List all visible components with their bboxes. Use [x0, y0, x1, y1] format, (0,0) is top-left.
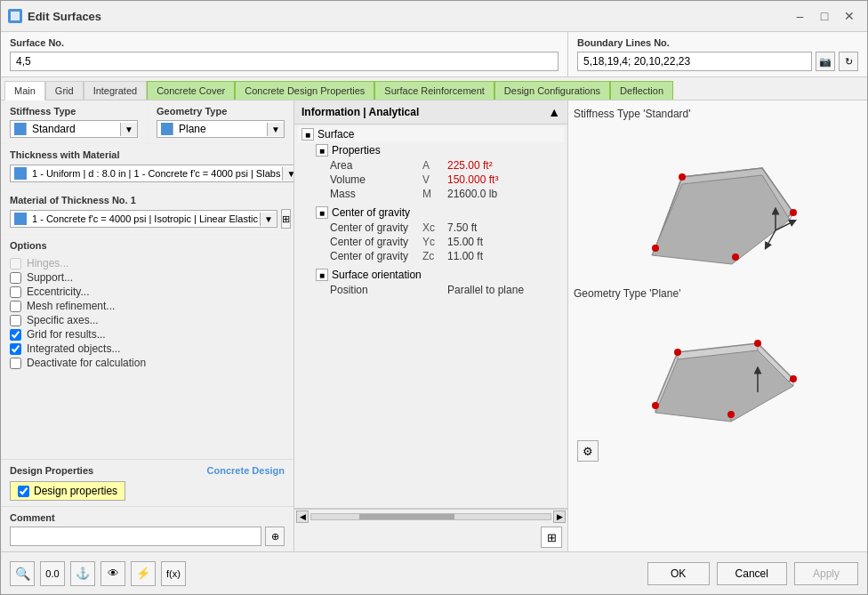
material-table-button[interactable]: ⊞ [281, 209, 291, 229]
mass-value: 21600.0 lb [447, 188, 560, 200]
design-props-checkbox[interactable] [18, 486, 29, 497]
cancel-button[interactable]: Cancel [717, 562, 787, 585]
scroll-track[interactable] [310, 513, 551, 520]
geometry-color-indicator [161, 123, 173, 135]
comment-copy-button[interactable]: ⊕ [265, 527, 285, 546]
geometry-shape-svg [629, 308, 807, 432]
cog-header[interactable]: ■ Center of gravity [312, 205, 564, 221]
support-label: Support... [27, 271, 73, 284]
orient-toggle-icon[interactable]: ■ [316, 269, 328, 281]
tab-integrated[interactable]: Integrated [84, 81, 148, 100]
title-bar: Edit Surfaces ‒ □ ✕ [1, 1, 867, 32]
cog-yc-row: Center of gravity Yc 15.00 ft [326, 235, 564, 249]
geometry-dropdown-arrow[interactable]: ▼ [267, 123, 284, 136]
mesh-checkbox[interactable] [10, 301, 21, 312]
material-dropdown[interactable]: 1 - Concrete f'c = 4000 psi | Isotropic … [10, 210, 277, 228]
design-properties-button[interactable]: Design properties [10, 481, 125, 501]
orientation-header[interactable]: ■ Surface orientation [312, 267, 564, 283]
ok-button[interactable]: OK [647, 562, 710, 585]
boundary-lines-input[interactable]: 5,18,19,4; 20,10,22,23 [577, 52, 812, 71]
scroll-left-button[interactable]: ◀ [296, 511, 309, 523]
stiffness-color-indicator [14, 123, 27, 135]
maximize-button[interactable]: □ [814, 6, 835, 26]
svg-point-24 [790, 375, 797, 382]
function-button[interactable]: f(x) [161, 561, 186, 586]
tab-main[interactable]: Main [4, 81, 45, 101]
geometry-shape-container [574, 303, 862, 437]
tab-surface-reinforcement[interactable]: Surface Reinforcement [374, 81, 494, 100]
tab-grid[interactable]: Grid [45, 81, 84, 100]
comment-input[interactable] [10, 527, 261, 546]
thickness-dropdown[interactable]: 1 - Uniform | d : 8.0 in | 1 - Concrete … [10, 165, 294, 182]
support-checkbox[interactable] [10, 272, 21, 284]
option-deactivate: Deactivate for calculation [10, 356, 285, 370]
grid-view-button[interactable]: ⊞ [541, 527, 562, 548]
mass-key: Mass [330, 188, 419, 200]
thickness-label: Thickness with Material [10, 149, 285, 160]
boundary-refresh-button[interactable]: ↻ [839, 52, 858, 71]
deactivate-checkbox[interactable] [10, 358, 21, 369]
stiffness-shape-container [574, 124, 862, 284]
properties-text: Properties [332, 144, 381, 157]
stiffness-dropdown-arrow[interactable]: ▼ [120, 123, 137, 136]
boundary-select-button[interactable]: 📷 [816, 52, 835, 71]
volume-key: Volume [330, 173, 419, 186]
info-panel-header: Information | Analytical ▲ [294, 101, 567, 125]
cog-toggle-icon[interactable]: ■ [316, 206, 328, 219]
surface-header[interactable]: ■ Surface [298, 126, 564, 142]
tab-deflection[interactable]: Deflection [610, 81, 673, 100]
design-properties-section: Design Properties Concrete Design Design… [1, 459, 293, 507]
grid-checkbox[interactable] [10, 329, 21, 341]
tab-design-configurations[interactable]: Design Configurations [494, 81, 610, 100]
svg-rect-0 [11, 12, 20, 20]
tab-concrete-cover[interactable]: Concrete Cover [147, 81, 235, 100]
thickness-arrow[interactable]: ▼ [282, 167, 294, 181]
boundary-lines-label: Boundary Lines No. [577, 37, 858, 48]
thickness-value: 1 - Uniform | d : 8.0 in | 1 - Concrete … [30, 166, 282, 181]
scroll-right-button[interactable]: ▶ [553, 511, 566, 523]
props-toggle-icon[interactable]: ■ [316, 144, 328, 157]
close-button[interactable]: ✕ [839, 6, 860, 26]
geometry-type-dropdown[interactable]: Plane ▼ [157, 120, 285, 138]
svg-point-10 [732, 253, 739, 261]
main-window: Edit Surfaces ‒ □ ✕ Surface No. 4,5 Boun… [0, 0, 868, 595]
area-value: 225.00 ft² [447, 159, 560, 172]
integrated-label: Integrated objects... [27, 342, 120, 355]
concrete-design-link[interactable]: Concrete Design [207, 465, 285, 476]
eccentricity-checkbox[interactable] [10, 286, 21, 298]
option-eccentricity: Eccentricity... [10, 285, 285, 299]
axes-checkbox[interactable] [10, 315, 21, 326]
surface-toggle-icon[interactable]: ■ [301, 128, 314, 141]
mesh-label: Mesh refinement... [27, 300, 115, 312]
svg-point-8 [679, 173, 686, 181]
integrated-checkbox[interactable] [10, 343, 21, 355]
minimize-button[interactable]: ‒ [789, 6, 810, 26]
cog-xc-row: Center of gravity Xc 7.50 ft [326, 221, 564, 235]
info-collapse-button[interactable]: ▲ [548, 105, 560, 119]
scroll-thumb[interactable] [359, 514, 455, 519]
tab-concrete-design[interactable]: Concrete Design Properties [235, 81, 374, 100]
volume-abbr: V [422, 173, 444, 186]
design-props-left-label: Design Properties [10, 465, 93, 476]
number-button[interactable]: 0.0 [40, 561, 65, 586]
hinges-label: Hinges... [27, 257, 68, 269]
mass-abbr: M [422, 188, 444, 200]
cog-yc-key: Center of gravity [330, 236, 419, 248]
filter-button[interactable]: ⚡ [131, 561, 156, 586]
anchor-button[interactable]: ⚓ [70, 561, 95, 586]
area-row: Area A 225.00 ft² [326, 158, 564, 173]
svg-point-9 [790, 209, 797, 216]
properties-header[interactable]: ■ Properties [312, 142, 564, 158]
svg-marker-6 [652, 175, 790, 264]
view-button[interactable]: 👁 [100, 561, 125, 586]
apply-button[interactable]: Apply [794, 562, 858, 585]
search-button[interactable]: 🔍 [10, 561, 35, 586]
view-settings-button[interactable]: ⚙ [577, 440, 599, 462]
stiffness-type-dropdown[interactable]: Standard ▼ [10, 120, 138, 138]
cog-zc-row: Center of gravity Zc 11.00 ft [326, 249, 564, 263]
material-arrow[interactable]: ▼ [260, 213, 277, 226]
option-integrated: Integrated objects... [10, 342, 285, 356]
surface-no-input[interactable]: 4,5 [10, 52, 559, 71]
info-scrollbar: ◀ ▶ [294, 509, 567, 523]
hinges-checkbox[interactable] [10, 258, 21, 269]
